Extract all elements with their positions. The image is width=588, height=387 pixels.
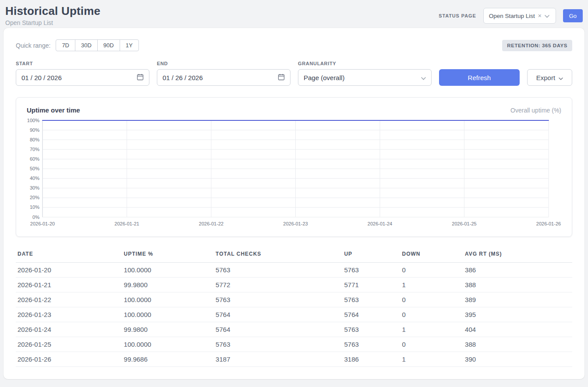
svg-text:70%: 70% — [30, 147, 39, 152]
table-row: 2026-01-2499.9800576457631404 — [16, 322, 572, 337]
quick-range-30d[interactable]: 30D — [75, 39, 98, 51]
end-date-input[interactable]: 01 / 26 / 2026 — [157, 69, 290, 86]
table-cell: 2026-01-26 — [16, 352, 122, 367]
svg-text:2026-01-22: 2026-01-22 — [199, 221, 223, 226]
quick-range-row: Quick range: 7D 30D 90D 1Y RETENTION: 36… — [16, 39, 572, 51]
calendar-icon[interactable] — [278, 74, 285, 82]
table-cell: 395 — [463, 307, 572, 322]
svg-text:90%: 90% — [30, 127, 39, 133]
table-row: 2026-01-2199.9800577257711388 — [16, 278, 572, 292]
start-label: START — [16, 61, 149, 66]
table-cell: 99.9800 — [122, 322, 214, 337]
table-cell: 5763 — [342, 322, 400, 337]
export-label: Export — [536, 74, 555, 81]
table-row: 2026-01-2699.9686318731861390 — [16, 352, 572, 367]
table-row: 2026-01-23100.0000576457640395 — [16, 307, 572, 322]
table-cell: 404 — [463, 322, 572, 337]
table-cell: 2026-01-25 — [16, 337, 122, 352]
table-cell: 5764 — [342, 307, 400, 322]
export-button[interactable]: Export — [527, 69, 572, 86]
svg-text:40%: 40% — [30, 176, 39, 181]
table-cell: 5763 — [214, 263, 342, 278]
table-cell: 388 — [463, 278, 572, 292]
main-panel: Quick range: 7D 30D 90D 1Y RETENTION: 36… — [4, 28, 584, 379]
svg-text:60%: 60% — [30, 156, 39, 162]
svg-text:50%: 50% — [30, 166, 39, 171]
table-cell: 0 — [400, 307, 464, 322]
col-date: DATE — [16, 247, 122, 263]
header-right: STATUS PAGE Open Startup List × Go — [439, 8, 583, 24]
table-cell: 3186 — [342, 352, 400, 367]
table-cell: 5763 — [342, 337, 400, 352]
table-cell: 99.9686 — [122, 352, 214, 367]
end-date-value: 01 / 26 / 2026 — [163, 74, 203, 81]
table-cell: 1 — [400, 278, 464, 292]
svg-text:10%: 10% — [30, 204, 39, 210]
table-cell: 2026-01-23 — [16, 307, 122, 322]
table-row: 2026-01-25100.0000576357630388 — [16, 337, 572, 352]
refresh-button[interactable]: Refresh — [439, 69, 520, 86]
svg-text:0%: 0% — [32, 215, 39, 220]
col-up: UP — [342, 247, 400, 263]
col-total-checks: TOTAL CHECKS — [214, 247, 342, 263]
page-header: Historical Uptime Open Startup List STAT… — [0, 0, 588, 27]
table-cell: 2026-01-22 — [16, 292, 122, 307]
granularity-label: GRANULARITY — [298, 61, 432, 66]
granularity-value: Page (overall) — [304, 74, 344, 81]
quick-range-1y[interactable]: 1Y — [120, 39, 139, 51]
svg-text:80%: 80% — [30, 137, 39, 142]
granularity-field-group: GRANULARITY Page (overall) — [298, 61, 432, 86]
svg-text:2026-01-24: 2026-01-24 — [368, 221, 392, 226]
title-block: Historical Uptime Open Startup List — [5, 4, 100, 26]
table-cell: 2026-01-24 — [16, 322, 122, 337]
uptime-line-chart: 0%10%20%30%40%50%60%70%80%90%100%2026-01… — [27, 117, 561, 230]
chevron-down-icon — [421, 74, 426, 81]
page-subtitle: Open Startup List — [5, 19, 100, 26]
table-cell: 5772 — [214, 278, 342, 292]
status-page-label: STATUS PAGE — [439, 13, 476, 18]
clear-icon[interactable]: × — [538, 13, 542, 19]
status-page-value: Open Startup List — [489, 13, 535, 19]
chart-title: Uptime over time — [27, 106, 80, 114]
table-cell: 5763 — [342, 263, 400, 278]
filters-row: START 01 / 20 / 2026 END 01 / 26 / 2026 … — [16, 61, 572, 86]
chart-legend: Overall uptime (%) — [510, 107, 561, 114]
uptime-chart-card: Uptime over time Overall uptime (%) 0%10… — [16, 97, 572, 237]
end-label: END — [157, 61, 290, 66]
start-date-field-group: START 01 / 20 / 2026 — [16, 61, 149, 86]
granularity-select[interactable]: Page (overall) — [298, 69, 432, 86]
page-title: Historical Uptime — [5, 4, 100, 18]
quick-range-7d[interactable]: 7D — [56, 39, 75, 51]
table-cell: 5763 — [214, 292, 342, 307]
table-cell: 100.0000 — [122, 337, 214, 352]
col-uptime: UPTIME % — [122, 247, 214, 263]
uptime-table-body: 2026-01-20100.00005763576303862026-01-21… — [16, 263, 572, 367]
table-cell: 2026-01-21 — [16, 278, 122, 292]
quick-range-group: 7D 30D 90D 1Y — [56, 39, 138, 51]
table-cell: 2026-01-20 — [16, 263, 122, 278]
uptime-table: DATE UPTIME % TOTAL CHECKS UP DOWN AVG R… — [16, 247, 572, 367]
quick-range-90d[interactable]: 90D — [97, 39, 120, 51]
svg-text:2026-01-23: 2026-01-23 — [283, 221, 308, 226]
svg-text:2026-01-25: 2026-01-25 — [452, 221, 476, 226]
svg-text:20%: 20% — [30, 195, 39, 200]
table-cell: 0 — [400, 337, 464, 352]
table-cell: 390 — [463, 352, 572, 367]
table-cell: 1 — [400, 322, 464, 337]
table-cell: 5763 — [214, 337, 342, 352]
table-cell: 100.0000 — [122, 307, 214, 322]
table-cell: 0 — [400, 292, 464, 307]
table-header-row: DATE UPTIME % TOTAL CHECKS UP DOWN AVG R… — [16, 247, 572, 263]
table-cell: 388 — [463, 337, 572, 352]
table-cell: 3187 — [214, 352, 342, 367]
status-page-select[interactable]: Open Startup List × — [483, 8, 556, 24]
table-cell: 386 — [463, 263, 572, 278]
start-date-input[interactable]: 01 / 20 / 2026 — [16, 69, 149, 86]
svg-text:2026-01-20: 2026-01-20 — [30, 221, 55, 226]
table-cell: 100.0000 — [122, 263, 214, 278]
table-cell: 5771 — [342, 278, 400, 292]
calendar-icon[interactable] — [137, 74, 144, 82]
svg-text:2026-01-21: 2026-01-21 — [114, 221, 139, 226]
table-cell: 100.0000 — [122, 292, 214, 307]
go-button[interactable]: Go — [563, 9, 583, 22]
